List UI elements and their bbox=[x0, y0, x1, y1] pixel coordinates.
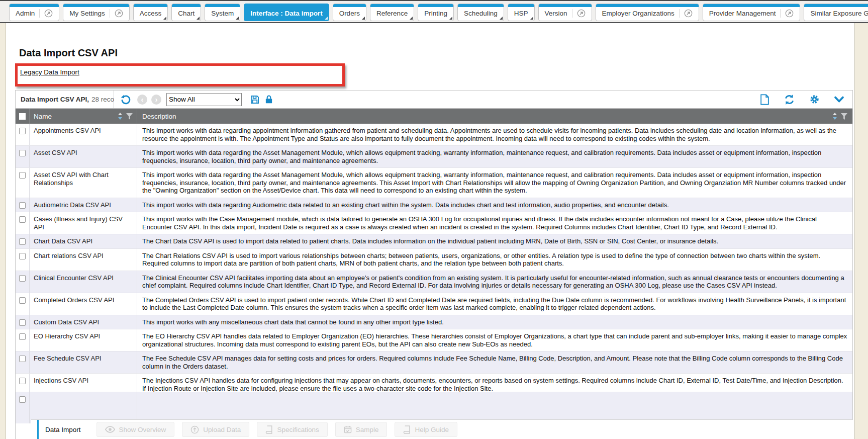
name-cell: Custom Data CSV API bbox=[30, 315, 137, 329]
table-row[interactable]: Appointments CSV API This import works w… bbox=[16, 124, 852, 146]
show-overview-button[interactable]: Show Overview bbox=[97, 422, 175, 437]
nav-tab[interactable]: Similar Exposure Groups (SEGs) bbox=[804, 4, 868, 21]
specifications-button[interactable]: Specifications bbox=[257, 422, 327, 437]
external-link-icon[interactable] bbox=[39, 9, 53, 18]
tab-label: Printing bbox=[424, 10, 447, 17]
row-checkbox[interactable] bbox=[19, 172, 26, 179]
help-guide-button[interactable]: Help Guide bbox=[395, 422, 457, 437]
header-name-cell[interactable]: Name bbox=[30, 109, 137, 124]
filter-select[interactable]: Show All bbox=[166, 93, 242, 106]
legacy-data-import-link[interactable]: Legacy Data Import bbox=[20, 68, 79, 76]
filter-funnel-icon[interactable] bbox=[841, 113, 847, 120]
collapse-chevron-icon[interactable] bbox=[834, 94, 844, 105]
description-cell: This import works with data regarding Au… bbox=[137, 198, 852, 212]
external-link-icon[interactable] bbox=[572, 9, 586, 18]
row-checkbox[interactable] bbox=[19, 396, 26, 403]
table-row[interactable]: Fee Schedule CSV API The Fee Schedule CS… bbox=[16, 352, 852, 374]
nav-tab[interactable]: Interface : Data import bbox=[244, 4, 329, 21]
sample-button[interactable]: Sample bbox=[335, 422, 388, 437]
nav-tab[interactable]: Admin bbox=[9, 4, 59, 21]
next-page-icon[interactable]: › bbox=[151, 95, 161, 105]
row-checkbox[interactable] bbox=[19, 202, 26, 209]
nav-tab[interactable]: HSP bbox=[508, 4, 535, 21]
table-row[interactable]: Custom Data CSV API This import works wi… bbox=[16, 315, 852, 330]
undo-icon[interactable] bbox=[120, 94, 131, 105]
page-title: Data Import CSV API bbox=[19, 47, 118, 59]
nav-tab[interactable]: System bbox=[205, 4, 240, 21]
name-cell: EO Hierarchy CSV API bbox=[30, 329, 137, 351]
nav-tab[interactable]: Scheduling bbox=[457, 4, 504, 21]
row-checkbox[interactable] bbox=[19, 216, 26, 223]
tab-label: Chart bbox=[178, 10, 195, 17]
checkbox-cell bbox=[16, 249, 30, 271]
nav-tab[interactable]: Employer Organizations bbox=[596, 4, 699, 21]
grid-body: Appointments CSV API This import works w… bbox=[16, 124, 852, 439]
row-checkbox[interactable] bbox=[19, 378, 26, 384]
table-row[interactable]: EO Hierarchy CSV API The EO Hierarchy CS… bbox=[16, 329, 852, 352]
name-cell bbox=[30, 392, 137, 423]
row-checkbox[interactable] bbox=[19, 253, 26, 259]
description-cell bbox=[137, 392, 852, 423]
row-checkbox[interactable] bbox=[19, 356, 26, 362]
description-cell: This import works with any miscellaneous… bbox=[137, 315, 852, 329]
tab-data-import[interactable]: Data Import bbox=[37, 420, 89, 439]
nav-tab[interactable]: My Settings bbox=[63, 4, 130, 21]
left-edge-strip bbox=[0, 1, 6, 439]
new-document-icon[interactable] bbox=[760, 94, 769, 105]
description-cell: The Clinical Encounter CSV API facilitat… bbox=[137, 271, 852, 293]
header-description-cell[interactable]: Description bbox=[137, 113, 852, 120]
row-checkbox[interactable] bbox=[19, 319, 26, 326]
book-icon bbox=[403, 425, 411, 434]
table-row[interactable]: Clinical Encounter CSV API The Clinical … bbox=[16, 271, 852, 293]
table-row[interactable]: Completed Orders CSV API The Completed O… bbox=[16, 293, 852, 315]
save-icon[interactable] bbox=[250, 95, 260, 105]
row-checkbox[interactable] bbox=[19, 238, 26, 245]
button-label: Show Overview bbox=[119, 426, 166, 433]
upload-data-button[interactable]: Upload Data bbox=[182, 422, 249, 437]
row-checkbox[interactable] bbox=[19, 297, 26, 304]
select-all-checkbox[interactable] bbox=[19, 113, 26, 120]
nav-tab[interactable]: Printing bbox=[418, 4, 454, 21]
name-cell: Appointments CSV API bbox=[30, 124, 137, 145]
right-edge-strip bbox=[854, 1, 868, 439]
external-link-icon[interactable] bbox=[110, 9, 123, 18]
description-cell: The Completed Orders CSV API is used to … bbox=[137, 293, 852, 315]
external-link-icon[interactable] bbox=[679, 9, 693, 18]
sort-icon[interactable] bbox=[832, 113, 837, 120]
tab-label: HSP bbox=[514, 10, 528, 17]
nav-tab[interactable]: Provider Management bbox=[703, 4, 801, 21]
external-link-icon[interactable] bbox=[780, 9, 794, 18]
row-checkbox[interactable] bbox=[19, 128, 26, 134]
lock-icon[interactable] bbox=[264, 95, 273, 105]
grid-title: Data Import CSV API, 28 records bbox=[16, 91, 114, 108]
nav-tab[interactable]: Reference bbox=[370, 4, 414, 21]
menu-indicator-icon bbox=[163, 17, 166, 20]
table-row[interactable]: Asset CSV API with Chart Relationships T… bbox=[16, 168, 852, 198]
table-row[interactable]: Asset CSV API This import works with dat… bbox=[16, 146, 852, 168]
name-cell: Chart Data CSV API bbox=[30, 234, 137, 248]
nav-tab[interactable]: Access bbox=[133, 4, 168, 21]
nav-tab[interactable]: Chart bbox=[171, 4, 201, 21]
table-row[interactable]: Chart relations CSV API The Chart Relati… bbox=[16, 249, 852, 271]
prev-page-icon[interactable]: ‹ bbox=[137, 95, 147, 105]
row-checkbox[interactable] bbox=[19, 275, 26, 282]
refresh-icon[interactable] bbox=[784, 94, 795, 105]
name-cell: Chart relations CSV API bbox=[30, 249, 137, 271]
table-row[interactable]: Chart Data CSV API The Chart Data CSV AP… bbox=[16, 234, 852, 249]
checkbox-cell bbox=[16, 352, 30, 373]
nav-tab[interactable]: Orders bbox=[333, 4, 366, 21]
menu-indicator-icon bbox=[236, 17, 239, 20]
row-checkbox[interactable] bbox=[19, 150, 26, 156]
row-checkbox[interactable] bbox=[19, 333, 26, 340]
nav-tab[interactable]: Version bbox=[538, 4, 592, 21]
filter-funnel-icon[interactable] bbox=[126, 113, 133, 120]
checkbox-cell bbox=[16, 329, 30, 351]
table-row[interactable] bbox=[16, 392, 852, 423]
table-row[interactable]: Audiometric Data CSV API This import wor… bbox=[16, 198, 852, 213]
description-cell: This import works with data regarding th… bbox=[137, 168, 852, 198]
sort-icon[interactable] bbox=[118, 113, 123, 120]
table-row[interactable]: Injections CSV API The Injections CSV AP… bbox=[16, 374, 852, 392]
description-cell: The EO Hierarchy CSV API handles data re… bbox=[137, 329, 852, 351]
settings-gear-icon[interactable] bbox=[809, 94, 820, 105]
table-row[interactable]: Cases (Illness and Injury) CSV API This … bbox=[16, 212, 852, 234]
